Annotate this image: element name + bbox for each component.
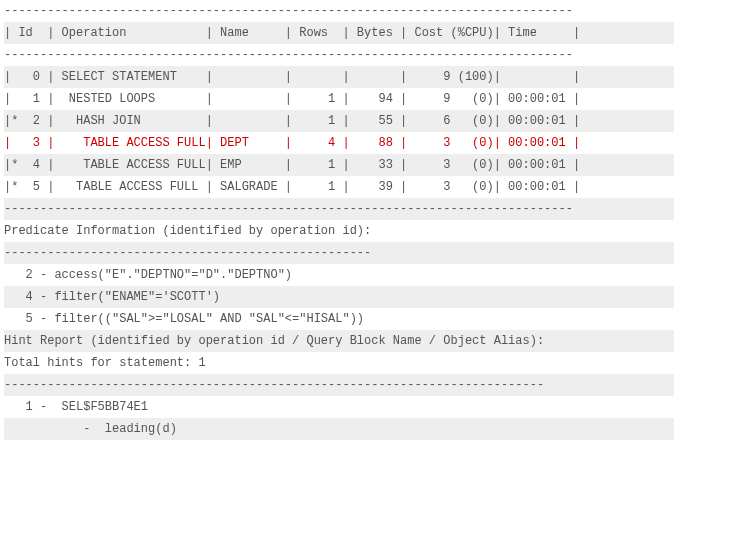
predicate-line: 2 - access("E"."DEPTNO"="D"."DEPTNO") [4, 264, 674, 286]
predicate-line: 4 - filter("ENAME"='SCOTT') [4, 286, 674, 308]
plan-separator: ----------------------------------------… [4, 198, 674, 220]
predicate-separator: ----------------------------------------… [4, 242, 674, 264]
hint-line: 1 - SEL$F5BB74E1 [4, 396, 674, 418]
plan-row-highlighted: | 3 | TABLE ACCESS FULL| DEPT | 4 | 88 |… [4, 132, 674, 154]
hint-heading: Hint Report (identified by operation id … [4, 330, 674, 352]
plan-row: | 1 | NESTED LOOPS | | 1 | 94 | 9 (0)| 0… [4, 88, 674, 110]
hint-line: - leading(d) [4, 418, 674, 440]
plan-separator: ----------------------------------------… [4, 44, 674, 66]
plan-row: | 0 | SELECT STATEMENT | | | | 9 (100)| … [4, 66, 674, 88]
plan-row: |* 2 | HASH JOIN | | 1 | 55 | 6 (0)| 00:… [4, 110, 674, 132]
plan-header: | Id | Operation | Name | Rows | Bytes |… [4, 22, 674, 44]
predicate-heading: Predicate Information (identified by ope… [4, 220, 674, 242]
hint-total: Total hints for statement: 1 [4, 352, 674, 374]
predicate-line: 5 - filter(("SAL">="LOSAL" AND "SAL"<="H… [4, 308, 674, 330]
plan-row: |* 5 | TABLE ACCESS FULL | SALGRADE | 1 … [4, 176, 674, 198]
plan-row: |* 4 | TABLE ACCESS FULL| EMP | 1 | 33 |… [4, 154, 674, 176]
hint-separator: ----------------------------------------… [4, 374, 674, 396]
sql-plan-output: ----------------------------------------… [0, 0, 674, 462]
trailing-blank [4, 440, 674, 462]
plan-separator: ----------------------------------------… [4, 0, 674, 22]
